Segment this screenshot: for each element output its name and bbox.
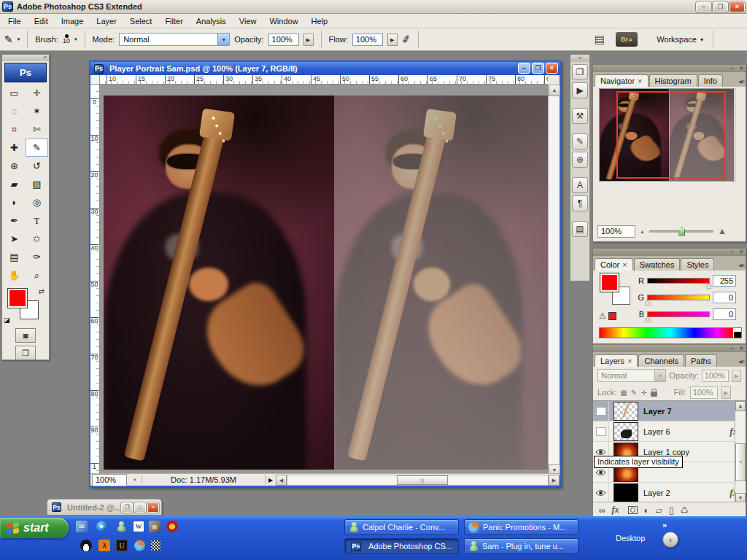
- vertical-scrollbar[interactable]: ▲ ▼: [548, 85, 560, 476]
- airbrush-icon[interactable]: ✐: [400, 33, 411, 46]
- color-spectrum-ramp[interactable]: [599, 327, 742, 338]
- task-button-photoshop[interactable]: Ps Adobe Photoshop CS...: [344, 538, 459, 554]
- doc-minimize-button[interactable]: –: [518, 63, 530, 74]
- menu-window[interactable]: Window: [263, 15, 304, 28]
- canvas[interactable]: [100, 85, 549, 476]
- layer-thumbnail[interactable]: [614, 422, 638, 441]
- minimized-document[interactable]: Ps Untitled-2 @... ❐ □ ×: [47, 499, 162, 516]
- lock-pixels-icon[interactable]: ✎: [631, 389, 637, 397]
- layers-opacity-input[interactable]: 100%: [702, 370, 729, 382]
- flow-input[interactable]: 100%: [352, 34, 383, 46]
- new-layer-icon[interactable]: ▯: [669, 505, 674, 516]
- bridge-button[interactable]: Br⌕: [616, 32, 638, 47]
- palette-close-icon[interactable]: ×: [740, 64, 743, 71]
- delete-layer-icon[interactable]: ♺: [681, 505, 689, 516]
- link-layers-icon[interactable]: ∞: [599, 505, 605, 516]
- quicklaunch-poker-icon[interactable]: [166, 521, 178, 532]
- foreground-color-swatch[interactable]: [600, 273, 619, 292]
- quicklaunch-firefox-icon[interactable]: [133, 540, 145, 551]
- fill-slider-icon[interactable]: ▶: [721, 386, 731, 399]
- menu-image[interactable]: Image: [55, 15, 90, 28]
- paragraph-panel-icon[interactable]: ¶: [572, 195, 588, 211]
- flow-slider-button[interactable]: ▶: [387, 34, 398, 46]
- layers-scrollbar[interactable]: ▲ ≡ ▼: [735, 401, 746, 502]
- eyedropper-tool[interactable]: ✑: [26, 248, 48, 266]
- red-slider[interactable]: [647, 278, 710, 284]
- desktop-toolbar-label[interactable]: Desktop: [616, 534, 645, 542]
- pen-tool[interactable]: ✒: [3, 211, 26, 230]
- visibility-toggle[interactable]: [593, 401, 609, 421]
- palette-close-icon[interactable]: ×: [740, 344, 743, 351]
- mini-restore-button[interactable]: ❐: [121, 502, 133, 513]
- tab-info[interactable]: Info: [698, 74, 723, 87]
- lock-transparency-icon[interactable]: ▦: [620, 389, 627, 397]
- quicklaunch-messenger-icon[interactable]: [115, 521, 127, 532]
- quicklaunch-media-player-icon[interactable]: ▶: [96, 521, 108, 532]
- start-button[interactable]: start: [0, 518, 69, 538]
- notes-tool[interactable]: ▤: [3, 248, 26, 266]
- new-adjustment-layer-icon[interactable]: ◐: [644, 505, 649, 516]
- default-colors-icon[interactable]: ◪: [4, 316, 10, 324]
- menu-edit[interactable]: Edit: [28, 15, 55, 28]
- add-layer-style-icon[interactable]: fx: [612, 505, 619, 516]
- tab-swatches[interactable]: Swatches: [634, 258, 681, 271]
- red-slider-thumb[interactable]: [706, 284, 712, 288]
- type-tool[interactable]: T: [26, 211, 48, 230]
- document-titlebar[interactable]: Ps Player Portrait Sam.psd @ 100% (Layer…: [90, 62, 560, 75]
- tab-histogram[interactable]: Histogram: [649, 74, 697, 87]
- tab-close-icon[interactable]: ×: [622, 260, 627, 269]
- lock-position-icon[interactable]: ✛: [640, 389, 646, 397]
- menu-view[interactable]: View: [233, 15, 263, 28]
- dodge-tool[interactable]: ◎: [26, 193, 48, 211]
- menu-file[interactable]: File: [1, 15, 28, 28]
- quicklaunch-penguin-icon[interactable]: [80, 540, 92, 551]
- panel-menu-icon[interactable]: ▾≡: [739, 262, 744, 269]
- layer-thumbnail[interactable]: [614, 483, 638, 502]
- palette-close-icon[interactable]: ×: [740, 248, 743, 255]
- taskband-overflow-chevron[interactable]: »: [662, 521, 667, 529]
- task-button-calpol[interactable]: Calpol Charlie - Conv...: [344, 519, 459, 535]
- tab-styles[interactable]: Styles: [681, 258, 714, 271]
- gamut-color-chip[interactable]: [608, 312, 616, 320]
- hand-tool[interactable]: ✋: [3, 266, 26, 284]
- navigator-proxy-view[interactable]: [616, 91, 726, 179]
- layer-thumbnail[interactable]: [614, 402, 638, 421]
- foreground-color-swatch[interactable]: [8, 289, 27, 308]
- menu-analysis[interactable]: Analysis: [190, 15, 233, 28]
- chevron-down-icon[interactable]: ▼: [217, 34, 229, 45]
- task-button-panic-promotions[interactable]: Panic Promotions - M...: [464, 519, 578, 535]
- marquee-tool[interactable]: ▭: [3, 84, 26, 102]
- quicklaunch-halflife-icon[interactable]: λ: [98, 540, 110, 551]
- magic-wand-tool[interactable]: ✶: [26, 102, 48, 120]
- tool-presets-panel-icon[interactable]: ⚒: [572, 108, 588, 124]
- zoom-in-mountain-icon[interactable]: ▲: [718, 226, 727, 236]
- gradient-tool[interactable]: ▧: [26, 175, 48, 193]
- add-layer-mask-icon[interactable]: [628, 506, 638, 514]
- brush-tool-preset-icon[interactable]: ✎: [4, 34, 13, 45]
- menu-filter[interactable]: Filter: [158, 15, 189, 28]
- history-panel-icon[interactable]: ❐: [572, 64, 588, 80]
- zoom-tool[interactable]: ⌕: [26, 266, 48, 284]
- navigator-thumbnail[interactable]: [599, 88, 735, 182]
- mini-maximize-button[interactable]: □: [134, 502, 146, 513]
- tab-layers[interactable]: Layers×: [595, 354, 638, 367]
- eraser-tool[interactable]: ▰: [3, 175, 26, 193]
- minimize-button[interactable]: –: [696, 1, 711, 12]
- shape-tool[interactable]: ✩: [26, 230, 48, 248]
- panel-menu-icon[interactable]: ▾≡: [739, 79, 744, 85]
- mini-close-button[interactable]: ×: [147, 502, 159, 513]
- screen-mode-button[interactable]: ❐: [15, 346, 36, 360]
- opacity-input[interactable]: 100%: [268, 34, 299, 46]
- quicklaunch-urbanterror-icon[interactable]: U: [116, 540, 128, 551]
- tab-navigator[interactable]: Navigator×: [595, 74, 649, 87]
- brush-picker-dropdown-icon[interactable]: ▾: [74, 36, 77, 42]
- zoom-out-mountain-icon[interactable]: ▲: [640, 229, 645, 234]
- horizontal-scrollbar[interactable]: |||: [287, 475, 549, 486]
- layer-row[interactable]: Layer 2 fx ▴: [593, 483, 746, 502]
- healing-brush-tool[interactable]: ✚: [3, 139, 26, 157]
- green-value-input[interactable]: 0: [713, 292, 736, 303]
- fill-input[interactable]: 100%: [690, 386, 718, 399]
- scroll-right-icon[interactable]: ▶: [549, 475, 560, 486]
- palette-minimize-icon[interactable]: –: [730, 248, 734, 255]
- doc-close-button[interactable]: ×: [546, 63, 558, 74]
